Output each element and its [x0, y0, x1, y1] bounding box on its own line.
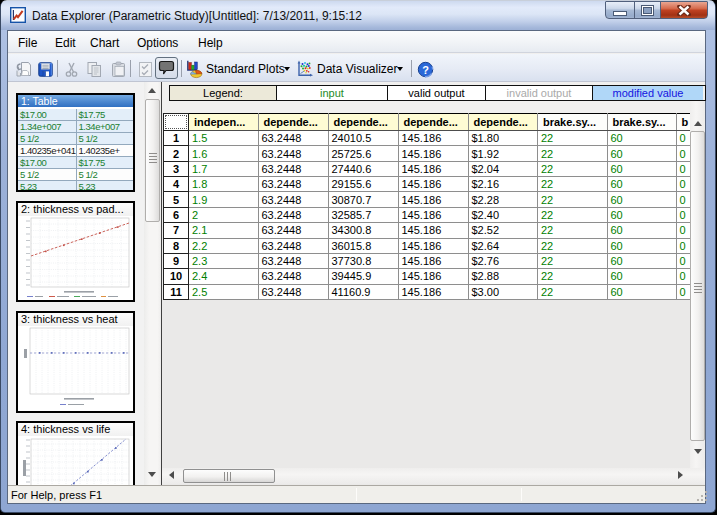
svg-text:?: ? [422, 64, 429, 76]
